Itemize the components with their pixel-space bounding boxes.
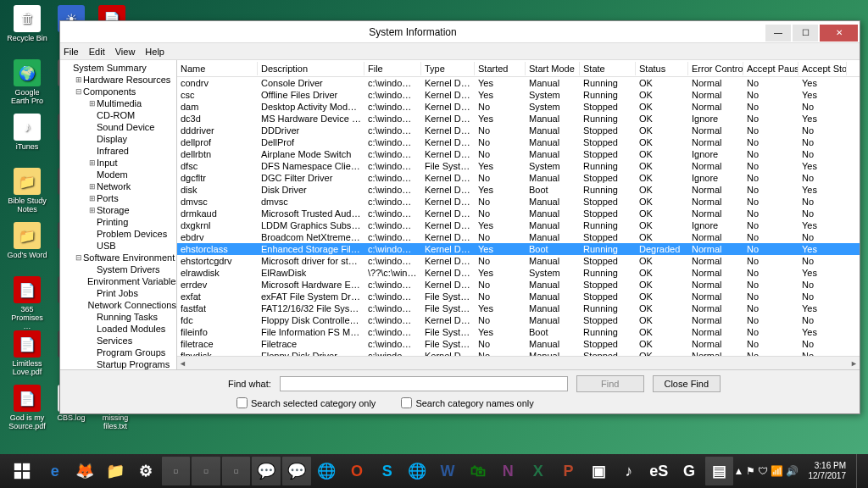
taskbar-app[interactable]: X: [524, 457, 553, 485]
tray-icon[interactable]: 🔊: [786, 465, 798, 477]
show-desktop-button[interactable]: [856, 454, 863, 488]
tree-node[interactable]: Print Jobs: [60, 287, 176, 299]
tray-icon[interactable]: 📶: [771, 465, 783, 477]
tree-node[interactable]: Environment Variables: [60, 275, 176, 287]
tree-node[interactable]: Startup Programs: [60, 358, 176, 369]
taskbar-app[interactable]: 📁: [101, 457, 130, 485]
tree-node[interactable]: Services: [60, 335, 176, 347]
menu-view[interactable]: View: [115, 47, 136, 57]
tree-node[interactable]: ⊟Components: [60, 86, 176, 97]
table-row[interactable]: elrawdiskElRawDisk\??\c:\windo…Kernel Dr…: [177, 267, 860, 279]
system-tray[interactable]: ▲ ⚑ 🛡 📶 🔊 3:16 PM 12/7/2017: [733, 454, 865, 488]
table-row[interactable]: dmvscdmvscc:\windows\s…Kernel DriverNoMa…: [177, 196, 860, 208]
taskbar-app[interactable]: ▫: [192, 457, 220, 485]
table-row[interactable]: exfatexFAT File System Driverc:\windows\…: [177, 291, 860, 302]
expand-icon[interactable]: ⊞: [87, 158, 97, 167]
tree-node[interactable]: ⊞Hardware Resources: [60, 74, 176, 86]
desktop-icon[interactable]: 📄365 Promises …: [7, 276, 47, 330]
taskbar-app[interactable]: e: [41, 457, 70, 485]
taskbar-app[interactable]: ▤: [705, 457, 734, 485]
tree-node[interactable]: USB: [60, 240, 176, 252]
taskbar-app[interactable]: O: [342, 457, 371, 485]
tree-node[interactable]: ⊞Multimedia: [60, 97, 176, 109]
taskbar-app[interactable]: 🛍: [464, 457, 492, 485]
column-header[interactable]: Accept Stop: [798, 62, 847, 75]
close-find-button[interactable]: Close Find: [653, 375, 721, 392]
tree-node[interactable]: Loaded Modules: [60, 323, 176, 335]
column-header[interactable]: State: [580, 62, 636, 75]
tree-node[interactable]: Display: [60, 133, 176, 145]
column-header[interactable]: Accept Pause: [743, 62, 798, 75]
column-header[interactable]: Start Mode: [526, 62, 580, 75]
horizontal-scrollbar[interactable]: ◄►: [177, 356, 860, 369]
table-row[interactable]: diskDisk Driverc:\windows\s…Kernel Drive…: [177, 184, 860, 196]
tree-node[interactable]: ⊞Input: [60, 157, 176, 169]
table-row[interactable]: fileinfoFile Information FS MiniFilterc:…: [177, 326, 860, 338]
column-header[interactable]: Started: [475, 62, 526, 75]
tray-icon[interactable]: ⚑: [746, 465, 755, 477]
find-button[interactable]: Find: [576, 375, 644, 392]
start-button[interactable]: [3, 454, 41, 488]
expand-icon[interactable]: ⊞: [87, 182, 97, 191]
table-row[interactable]: errdevMicrosoft Hardware Error Dev…c:\wi…: [177, 279, 860, 291]
taskbar-app[interactable]: 🌐: [313, 457, 342, 485]
tree-node[interactable]: ⊞Network: [60, 180, 176, 192]
grid-body[interactable]: condrvConsole Driverc:\windows\s…Kernel …: [177, 77, 860, 356]
tree-node[interactable]: Running Tasks: [60, 311, 176, 323]
desktop-icon[interactable]: 📁Bible Study Notes: [7, 168, 47, 214]
table-row[interactable]: cscOffline Files Driverc:\windows\s…Kern…: [177, 89, 860, 101]
grid-header[interactable]: NameDescriptionFileTypeStartedStart Mode…: [177, 60, 860, 77]
table-row[interactable]: dddriverDDDriverc:\windows\s…Kernel Driv…: [177, 125, 860, 136]
tree-node[interactable]: System Drivers: [60, 263, 176, 275]
column-header[interactable]: Name: [177, 62, 258, 75]
table-row[interactable]: dellrbtnAirplane Mode Switchc:\windows\s…: [177, 148, 860, 160]
tree-node[interactable]: CD-ROM: [60, 109, 176, 121]
minimize-button[interactable]: —: [765, 25, 791, 42]
desktop-icon[interactable]: 📁God's Word: [7, 222, 47, 259]
table-row[interactable]: ebdrvBroadcom NetXtreme II 10 Gig…c:\win…: [177, 231, 860, 243]
table-row[interactable]: dgcfltrDGC Filter Driverc:\windows\s…Ker…: [177, 172, 860, 184]
tree-node[interactable]: Sound Device: [60, 121, 176, 133]
table-row[interactable]: filetraceFiletracec:\windows\s…File Syst…: [177, 338, 860, 350]
search-names-checkbox[interactable]: Search category names only: [401, 397, 533, 408]
tree-node[interactable]: Problem Devices: [60, 228, 176, 240]
table-row[interactable]: ehstortcgdrvMicrosoft driver for storage…: [177, 255, 860, 267]
tree-node[interactable]: ⊟Software Environment: [60, 252, 176, 263]
tree-node[interactable]: Infrared: [60, 145, 176, 157]
maximize-button[interactable]: ☐: [793, 25, 818, 42]
tree-node[interactable]: System Summary: [60, 62, 176, 74]
taskbar-app[interactable]: ▫: [162, 457, 191, 485]
clock[interactable]: 3:16 PM 12/7/2017: [804, 461, 852, 481]
find-input[interactable]: [280, 376, 568, 391]
column-header[interactable]: Error Control: [688, 62, 743, 75]
tree-node[interactable]: Program Groups: [60, 347, 176, 358]
desktop-icon[interactable]: 🌍Google Earth Pro: [7, 59, 47, 105]
taskbar-app[interactable]: 🦊: [71, 457, 100, 485]
desktop-icon[interactable]: 📄Limitless Love.pdf: [7, 330, 47, 376]
expand-icon[interactable]: ⊞: [74, 75, 83, 84]
taskbar-app[interactable]: ▣: [584, 457, 613, 485]
expand-icon[interactable]: ⊟: [74, 253, 83, 262]
table-row[interactable]: fdcFloppy Disk Controller Driverc:\windo…: [177, 314, 860, 326]
table-row[interactable]: dellprofDellProfc:\windows\s…Kernel Driv…: [177, 136, 860, 148]
desktop-icon[interactable]: 📄God is my Source.pdf: [7, 385, 47, 430]
taskbar-app[interactable]: ⚙: [131, 457, 160, 485]
taskbar-app[interactable]: P: [554, 457, 583, 485]
table-row[interactable]: drmkaudMicrosoft Trusted Audio Driversc:…: [177, 208, 860, 219]
tree-node[interactable]: Modem: [60, 169, 176, 180]
menu-help[interactable]: Help: [145, 47, 164, 57]
table-row[interactable]: fastfatFAT12/16/32 File System Driverc:\…: [177, 302, 860, 314]
taskbar-app[interactable]: N: [493, 457, 522, 485]
tree-node[interactable]: Printing: [60, 216, 176, 228]
tree-node[interactable]: ⊞Ports: [60, 192, 176, 204]
table-row[interactable]: condrvConsole Driverc:\windows\s…Kernel …: [177, 77, 860, 89]
taskbar-app[interactable]: ▫: [222, 457, 251, 485]
desktop-icon[interactable]: 🗑Recycle Bin: [7, 5, 47, 42]
column-header[interactable]: Type: [421, 62, 475, 75]
table-row[interactable]: ehstorclassEnhanced Storage Filter Drive…: [177, 243, 860, 255]
taskbar-app[interactable]: 🌐: [403, 457, 432, 485]
taskbar-app[interactable]: S: [373, 457, 402, 485]
taskbar-app[interactable]: G: [675, 457, 704, 485]
desktop-icon[interactable]: ♪iTunes: [7, 114, 47, 151]
table-row[interactable]: dfscDFS Namespace Client Driverc:\window…: [177, 160, 860, 172]
